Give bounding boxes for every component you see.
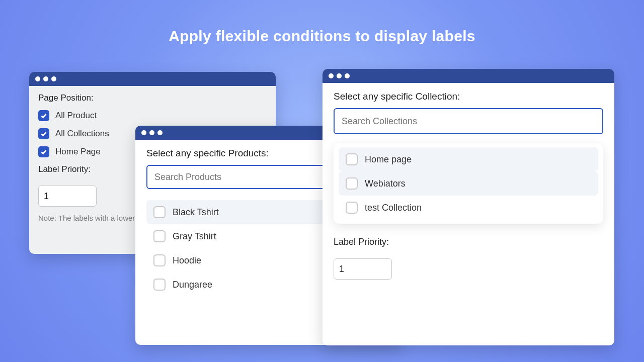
window-dot-icon: [51, 76, 56, 81]
option-label: Webiators: [365, 178, 406, 189]
search-collections-input[interactable]: [334, 108, 603, 134]
option-label: Dungaree: [173, 280, 212, 290]
checkbox-checked-icon: [38, 110, 49, 121]
window-dot-icon: [345, 73, 350, 78]
page-position-heading: Page Position:: [38, 93, 267, 103]
window-dot-icon: [43, 76, 48, 81]
checkbox-empty-icon: [153, 279, 166, 291]
checkbox-empty-icon: [153, 230, 166, 242]
panel-titlebar: [323, 69, 614, 83]
option-label: Black Tshirt: [173, 207, 219, 218]
checkbox-label: All Collections: [55, 129, 109, 139]
select-collection-heading: Select any specific Collection:: [334, 91, 603, 102]
checkbox-empty-icon: [153, 254, 166, 266]
option-label: Hoodie: [173, 255, 201, 266]
window-dot-icon: [337, 73, 342, 78]
panel-select-collection: Select any specific Collection: Home pag…: [323, 69, 614, 345]
label-priority-input[interactable]: [334, 258, 392, 280]
option-label: test Collection: [365, 203, 422, 213]
window-dot-icon: [35, 76, 40, 81]
checkbox-checked-icon: [38, 146, 49, 157]
window-dot-icon: [141, 130, 146, 135]
window-dot-icon: [149, 130, 154, 135]
checkbox-all-product[interactable]: All Product: [38, 110, 267, 121]
window-dot-icon: [329, 73, 334, 78]
collection-option[interactable]: test Collection: [339, 196, 598, 220]
checkbox-empty-icon: [346, 153, 358, 165]
page-title: Apply flexible conditions to display lab…: [0, 28, 644, 45]
option-label: Gray Tshirt: [173, 231, 216, 242]
checkbox-checked-icon: [38, 128, 49, 139]
panel-titlebar: [29, 72, 276, 86]
label-priority-heading: Label Priority:: [334, 237, 603, 247]
checkbox-label: Home Page: [55, 147, 101, 157]
label-priority-input[interactable]: [38, 186, 97, 207]
checkbox-label: All Product: [55, 111, 97, 121]
window-dot-icon: [157, 130, 163, 135]
option-label: Home page: [365, 154, 412, 165]
checkbox-empty-icon: [346, 202, 358, 214]
collection-option[interactable]: Home page: [339, 147, 598, 171]
checkbox-empty-icon: [346, 177, 358, 190]
collection-option[interactable]: Webiators: [339, 171, 598, 196]
checkbox-empty-icon: [153, 206, 166, 218]
collection-option-list: Home page Webiators test Collection: [334, 143, 603, 224]
